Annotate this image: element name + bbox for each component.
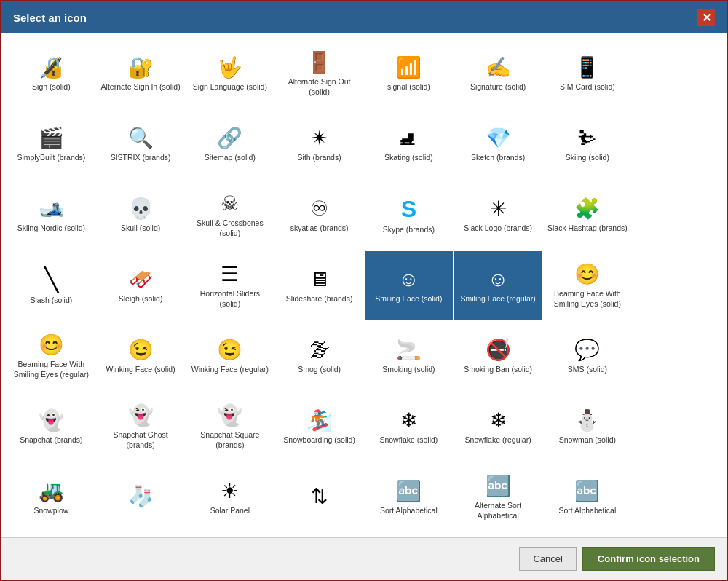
- icon-label: Skull & Crossbones (solid): [190, 218, 271, 238]
- icon-cell[interactable]: 🏂Snowboarding (solid): [275, 392, 363, 462]
- icon-label: Solar Panel: [210, 506, 250, 516]
- icon-symbol: ✳: [490, 199, 507, 219]
- icon-symbol: 😉: [217, 340, 242, 360]
- icon-cell[interactable]: ⛄Snowman (solid): [544, 392, 632, 462]
- icon-cell[interactable]: 🎿Skiing Nordic (solid): [7, 181, 95, 250]
- icon-label: Smoking Ban (solid): [464, 365, 532, 375]
- icon-cell[interactable]: ✍Signature (solid): [454, 39, 542, 108]
- icon-cell[interactable]: [633, 463, 721, 532]
- icon-cell[interactable]: 🔏Sign (solid): [7, 39, 95, 108]
- icon-cell[interactable]: ╲Slash (solid): [7, 251, 95, 320]
- icon-cell[interactable]: 🖥Slideshare (brands): [275, 251, 363, 320]
- icon-picker-modal: Select an icon ✕ 🔏Sign (solid)🔐Alternate…: [0, 0, 728, 581]
- icon-cell[interactable]: 🚜Snowplow: [7, 463, 95, 532]
- close-button[interactable]: ✕: [697, 9, 715, 26]
- icon-label: Alternate Sign Out (solid): [279, 77, 360, 97]
- icon-label: SMS (solid): [568, 365, 607, 375]
- icon-cell[interactable]: 🧦: [97, 463, 185, 532]
- icon-label: SIM Card (solid): [560, 82, 615, 92]
- icon-cell[interactable]: [633, 392, 721, 462]
- icon-symbol: 🔍: [128, 128, 154, 149]
- icon-label: SimplyBuilt (brands): [17, 153, 85, 163]
- icon-cell[interactable]: 🚬Smoking (solid): [365, 322, 453, 391]
- icon-cell[interactable]: ❄Snowflake (solid): [365, 392, 453, 462]
- icon-cell[interactable]: 🔐Alternate Sign In (solid): [97, 39, 185, 108]
- icon-cell[interactable]: 🔤Sort Alphabetical: [544, 463, 632, 532]
- icon-symbol: 😊: [39, 335, 64, 355]
- icon-cell[interactable]: ☠Skull & Crossbones (solid): [186, 181, 274, 250]
- icon-grid: 🔏Sign (solid)🔐Alternate Sign In (solid)🤟…: [7, 39, 721, 532]
- icon-cell[interactable]: ☰Horizontal Sliders (solid): [186, 251, 274, 320]
- icon-cell[interactable]: 🔍SISTRIX (brands): [97, 110, 185, 179]
- icon-cell[interactable]: 🔗Sitemap (solid): [186, 110, 274, 179]
- cancel-button[interactable]: Cancel: [519, 547, 576, 571]
- icon-cell[interactable]: ⛷Skiing (solid): [544, 110, 632, 179]
- icon-symbol: 🌫: [309, 340, 330, 360]
- icon-symbol: ✍: [486, 58, 511, 78]
- icon-label: Smiling Face (solid): [375, 294, 442, 304]
- icon-symbol: 📱: [574, 58, 600, 78]
- icon-label: Smog (solid): [298, 365, 341, 375]
- icon-label: Signature (solid): [470, 82, 526, 92]
- icon-cell[interactable]: 📱SIM Card (solid): [544, 39, 632, 108]
- icon-label: Skiing Nordic (solid): [17, 224, 85, 234]
- icon-cell[interactable]: ✳Slack Logo (brands): [454, 181, 542, 250]
- icon-cell[interactable]: [633, 39, 721, 108]
- icon-cell[interactable]: ⛸Skating (solid): [365, 110, 453, 179]
- icon-cell[interactable]: 🧩Slack Hashtag (brands): [544, 181, 632, 250]
- confirm-button[interactable]: Confirm icon selection: [582, 547, 715, 571]
- icon-cell[interactable]: ♾skyatlas (brands): [275, 181, 363, 250]
- icon-label: Sith (brands): [298, 153, 341, 163]
- icon-cell[interactable]: 😉Winking Face (regular): [186, 322, 274, 391]
- icon-cell[interactable]: 🌫Smog (solid): [275, 322, 363, 391]
- icon-cell[interactable]: 🔤Alternate Sort Alphabetical: [454, 463, 542, 532]
- icon-cell[interactable]: ☀Solar Panel: [186, 463, 274, 532]
- icon-cell[interactable]: ✴Sith (brands): [275, 110, 363, 179]
- icon-cell[interactable]: 👻Snapchat Ghost (brands): [97, 392, 185, 462]
- icon-label: Horizontal Sliders (solid): [190, 289, 271, 309]
- icon-symbol: 🔤: [396, 481, 422, 502]
- icon-symbol: 🔗: [217, 128, 242, 149]
- icon-cell[interactable]: ❄Snowflake (regular): [454, 392, 542, 462]
- icon-cell[interactable]: 🛷Sleigh (solid): [97, 251, 185, 320]
- icon-symbol: ☺: [398, 269, 419, 290]
- icon-cell[interactable]: 😊Beaming Face With Smiling Eyes (regular…: [7, 322, 95, 391]
- icon-cell[interactable]: 👻Snapchat (brands): [7, 392, 95, 462]
- icon-cell[interactable]: ☺Smiling Face (solid): [365, 251, 453, 320]
- icon-label: Slack Logo (brands): [464, 224, 532, 234]
- icon-cell[interactable]: 💀Skull (solid): [97, 181, 185, 250]
- icon-label: Alternate Sign In (solid): [101, 82, 181, 92]
- icon-cell[interactable]: 📶signal (solid): [365, 39, 453, 108]
- icon-cell[interactable]: 💬SMS (solid): [544, 322, 632, 391]
- icon-label: Skype (brands): [383, 225, 435, 235]
- icon-label: Slash (solid): [30, 296, 72, 306]
- icon-cell[interactable]: [633, 251, 721, 320]
- icon-cell[interactable]: 😊Beaming Face With Smiling Eyes (solid): [544, 251, 632, 320]
- icon-cell[interactable]: SSkype (brands): [365, 181, 453, 250]
- icon-symbol: 🔤: [486, 476, 511, 497]
- icon-label: Snapchat Ghost (brands): [100, 430, 181, 450]
- icon-cell[interactable]: ☺Smiling Face (regular): [454, 251, 542, 320]
- icon-cell[interactable]: 🤟Sign Language (solid): [186, 39, 274, 108]
- icon-symbol: 😊: [574, 264, 600, 285]
- icon-symbol: 🧦: [128, 486, 154, 507]
- icon-cell[interactable]: [633, 322, 721, 391]
- icon-cell[interactable]: 🚭Smoking Ban (solid): [454, 322, 542, 391]
- icon-cell[interactable]: ⇅: [275, 463, 363, 532]
- icon-symbol: 👻: [128, 406, 154, 426]
- icon-symbol: 🧩: [574, 199, 600, 219]
- icon-label: Skiing (solid): [566, 153, 609, 163]
- icon-cell[interactable]: 🔤Sort Alphabetical: [365, 463, 453, 532]
- icon-label: Sketch (brands): [471, 153, 525, 163]
- icon-symbol: ☺: [488, 269, 509, 290]
- icon-cell[interactable]: 🎬SimplyBuilt (brands): [7, 110, 95, 179]
- icon-label: Beaming Face With Smiling Eyes (solid): [547, 289, 628, 309]
- icon-cell[interactable]: 👻Snapchat Square (brands): [186, 392, 274, 462]
- icon-cell[interactable]: [633, 181, 721, 250]
- icon-cell[interactable]: 💎Sketch (brands): [454, 110, 542, 179]
- icon-cell[interactable]: [633, 110, 721, 179]
- icon-cell[interactable]: 🚪Alternate Sign Out (solid): [275, 39, 363, 108]
- icon-cell[interactable]: 😉Winking Face (solid): [97, 322, 185, 391]
- modal-body: 🔏Sign (solid)🔐Alternate Sign In (solid)🤟…: [1, 33, 727, 537]
- icon-symbol: 💀: [128, 199, 154, 219]
